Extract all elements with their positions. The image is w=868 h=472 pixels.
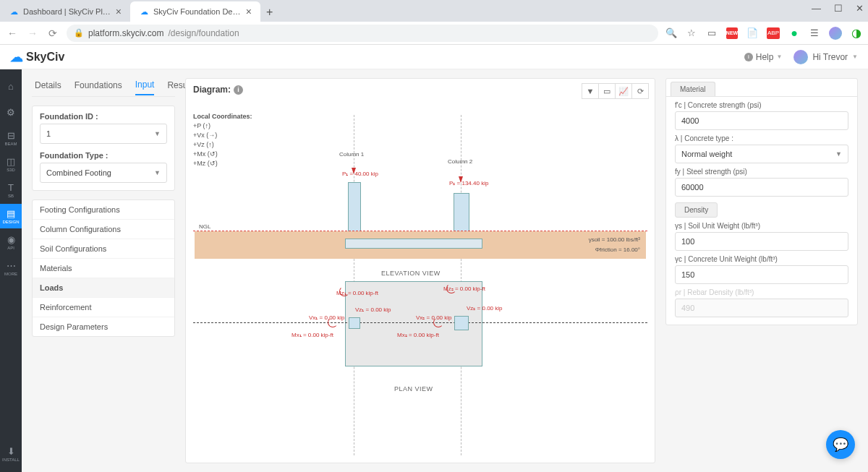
label-elevation-view: ELEVATION VIEW	[381, 270, 441, 277]
rail-install[interactable]: ⬇INSTALL	[0, 442, 22, 466]
new-badge-icon[interactable]: NEW	[726, 27, 738, 39]
devtools-icon[interactable]: ◑	[851, 27, 862, 39]
forward-icon[interactable]: →	[26, 27, 39, 39]
foundation-type-select[interactable]: Combined Footing ▼	[40, 163, 167, 183]
lambda-select[interactable]: Normal weight ▼	[675, 145, 848, 163]
browser-tab-dashboard[interactable]: ☁ Dashboard | SkyCiv Platform ×	[0, 1, 130, 22]
pdf-icon[interactable]: 📄	[746, 27, 758, 39]
url-host: platform.skyciv.com	[88, 28, 163, 38]
close-icon[interactable]: ×	[116, 6, 122, 17]
info-icon[interactable]: i	[234, 85, 243, 95]
right-column: Material f'c | Concrete strength (psi) λ…	[665, 78, 858, 463]
foundation-id-select[interactable]: 1 ▼	[40, 124, 167, 144]
zoom-icon[interactable]: 🔍	[665, 27, 677, 39]
browser-tab-foundation[interactable]: ☁ SkyCiv Foundation Design | SkyC ×	[130, 1, 260, 22]
menu-reinforcement[interactable]: Reinforcement	[33, 298, 174, 317]
main-layout: ⌂ ⚙ ⊟BEAM ◫S3D TSB ▤DESIGN ◉API ⋯MORE ⬇I…	[0, 69, 868, 472]
cast-icon[interactable]: ▭	[706, 27, 718, 39]
chat-bubble-button[interactable]: 💬	[826, 430, 855, 459]
refresh-icon[interactable]: ⟳	[631, 83, 649, 99]
label-mx1: Mx₁ = 0.00 kip-ft	[292, 332, 333, 338]
icon-rail: ⌂ ⚙ ⊟BEAM ◫S3D TSB ▤DESIGN ◉API ⋯MORE ⬇I…	[0, 69, 22, 472]
gc-input[interactable]	[675, 265, 848, 284]
menu-loads[interactable]: Loads	[33, 278, 174, 298]
more-icon: ⋯	[7, 260, 16, 271]
menu-footing-config[interactable]: Footing Configurations	[33, 200, 174, 220]
label-plan-view: PLAN VIEW	[394, 385, 433, 392]
chevron-down-icon: ▼	[776, 53, 782, 60]
rail-api[interactable]: ◉API	[0, 230, 22, 254]
pr-label: ρr | Rebar Density (lb/ft³)	[675, 288, 848, 296]
label-vx1: Vx₁ = 0.00 kip	[309, 314, 344, 321]
tab-title: SkyCiv Foundation Design | SkyC	[153, 7, 242, 16]
avatar-icon	[793, 50, 808, 64]
bookmark-icon[interactable]: ☆	[686, 27, 697, 39]
label-p2: P₂ = 134.40 kip	[449, 180, 488, 186]
label-column2: Column 2	[448, 158, 472, 165]
arc-mx2	[433, 317, 443, 327]
url-input[interactable]: 🔒 platform.skyciv.com/design/foundation	[67, 25, 658, 42]
diagram-area: Column 1 Column 2 P₁ = 40.00 kip P₂ = 13…	[186, 100, 655, 463]
foundation-selector-panel: Foundation ID : 1 ▼ Foundation Type : Co…	[32, 106, 175, 191]
column2-plan	[454, 316, 469, 330]
reader-icon[interactable]: ☰	[809, 27, 820, 39]
rail-design[interactable]: ▤DESIGN	[0, 204, 22, 228]
foundation-type-label: Foundation Type :	[40, 151, 167, 160]
chart-icon[interactable]: 📈	[615, 83, 632, 99]
material-panel: Material f'c | Concrete strength (psi) λ…	[665, 78, 858, 325]
tab-input[interactable]: Input	[135, 80, 155, 95]
rail-settings[interactable]: ⚙	[0, 100, 22, 124]
chevron-down-icon: ▼	[835, 150, 842, 158]
rail-s3d[interactable]: ◫S3D	[0, 152, 22, 176]
gear-icon: ⚙	[7, 107, 15, 118]
text-icon: T	[8, 182, 14, 193]
rail-sb[interactable]: TSB	[0, 178, 22, 202]
app-logo[interactable]: ☁ SkyCiv	[10, 49, 64, 65]
reload-icon[interactable]: ⟳	[46, 27, 59, 39]
rail-beam[interactable]: ⊟BEAM	[0, 126, 22, 150]
tab-foundations[interactable]: Foundations	[75, 80, 122, 95]
label-mz2: Mz₂ = 0.00 kip-ft	[443, 286, 485, 292]
new-tab-button[interactable]: +	[260, 3, 278, 22]
menu-materials[interactable]: Materials	[33, 259, 174, 278]
header-help-link[interactable]: i Help ▼	[744, 52, 783, 62]
maximize-icon[interactable]: ☐	[834, 3, 843, 14]
filter-icon[interactable]: ▼	[582, 83, 599, 99]
back-icon[interactable]: ←	[6, 27, 19, 39]
material-tab[interactable]: Material	[671, 82, 715, 96]
green-dot-icon[interactable]: ●	[788, 27, 800, 39]
label-ngl: NGL	[199, 223, 210, 230]
close-window-icon[interactable]: ✕	[856, 3, 864, 14]
arc-mx1	[328, 317, 338, 327]
label-vz2: Vz₂ = 0.00 kip	[467, 305, 502, 312]
info-icon: i	[744, 53, 753, 61]
user-menu[interactable]: Hi Trevor ▼	[793, 50, 858, 64]
chevron-down-icon: ▼	[154, 169, 161, 176]
minimize-icon[interactable]: —	[812, 3, 821, 14]
chevron-down-icon: ▼	[852, 53, 858, 60]
gc-label: γc | Concrete Unit Weight (lb/ft³)	[675, 255, 848, 263]
tab-strip: ☁ Dashboard | SkyCiv Platform × ☁ SkyCiv…	[0, 0, 868, 22]
cloud-icon: ☁	[10, 49, 23, 65]
abp-icon[interactable]: ABP	[767, 27, 780, 39]
density-tab[interactable]: Density	[675, 202, 718, 218]
profile-avatar-icon[interactable]	[829, 27, 842, 40]
lambda-label: λ | Concrete type :	[675, 134, 848, 142]
left-column: Details Foundations Input Results Founda…	[32, 78, 175, 463]
gs-input[interactable]	[675, 232, 848, 251]
rail-more[interactable]: ⋯MORE	[0, 256, 22, 280]
tab-details[interactable]: Details	[35, 80, 61, 95]
rail-home[interactable]: ⌂	[0, 74, 22, 98]
api-icon: ◉	[7, 234, 15, 245]
menu-column-config[interactable]: Column Configurations	[33, 220, 174, 239]
layout-icon[interactable]: ▭	[598, 83, 616, 99]
menu-design-params[interactable]: Design Parameters	[33, 317, 174, 336]
fy-input[interactable]	[675, 178, 848, 197]
app-header: ☁ SkyCiv i Help ▼ Hi Trevor ▼	[0, 45, 868, 69]
label-mx2: Mx₂ = 0.00 kip-ft	[397, 332, 439, 338]
menu-soil-config[interactable]: Soil Configurations	[33, 239, 174, 259]
fc-input[interactable]	[675, 111, 848, 130]
label-vz1: Vz₁ = 0.00 kip	[355, 306, 391, 313]
url-path: /design/foundation	[168, 28, 239, 38]
close-icon[interactable]: ×	[246, 6, 252, 17]
